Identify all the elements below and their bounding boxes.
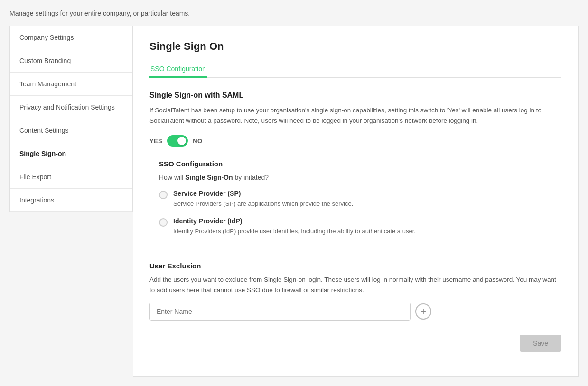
sidebar-item-custom-branding[interactable]: Custom Branding [10, 49, 132, 73]
toggle-yes-label: YES [149, 138, 162, 145]
sidebar-item-company-settings[interactable]: Company Settings [10, 26, 132, 49]
sidebar-item-file-export[interactable]: File Export [10, 165, 132, 189]
page-title: Single Sign On [149, 40, 561, 53]
section-divider [149, 250, 561, 250]
add-exclusion-button[interactable]: + [415, 303, 431, 320]
exclusion-desc: Add the users you want to exclude from S… [149, 275, 561, 295]
saml-section-description: If SocialTalent has been setup to use yo… [149, 105, 561, 126]
sso-config-box: SSO Configuration How will Single Sign-O… [149, 160, 561, 236]
sidebar-item-team-management[interactable]: Team Management [10, 73, 132, 96]
sso-question: How will Single Sign-On by initated? [159, 174, 561, 181]
sidebar-item-privacy-notification[interactable]: Privacy and Notification Settings [10, 96, 132, 119]
radio-option-sp: Service Provider (SP) Service Providers … [159, 190, 561, 209]
radio-sp-title: Service Provider (SP) [173, 190, 353, 197]
saml-section-title: Single Sign-on with SAML [149, 91, 561, 100]
exclusion-input-row: + [149, 303, 561, 321]
sso-question-bold: Single Sign-On [185, 174, 233, 181]
sso-question-prefix: How will [159, 174, 185, 181]
saml-toggle-row: YES NO [149, 135, 561, 147]
radio-idp-desc: Identity Providers (IdP) provide user id… [173, 227, 416, 236]
main-content: Single Sign On SSO Configuration Single … [133, 26, 579, 377]
tabs-bar: SSO Configuration [149, 61, 561, 78]
saml-toggle[interactable] [167, 135, 188, 147]
radio-option-idp: Identity Provider (IdP) Identity Provide… [159, 217, 561, 236]
radio-idp-content: Identity Provider (IdP) Identity Provide… [173, 217, 416, 236]
exclusion-name-input[interactable] [149, 303, 411, 321]
sso-config-title: SSO Configuration [159, 160, 561, 168]
radio-idp-title: Identity Provider (IdP) [173, 217, 416, 225]
radio-idp[interactable] [159, 218, 168, 227]
save-button[interactable]: Save [520, 335, 561, 352]
sidebar-item-integrations[interactable]: Integrations [10, 189, 132, 212]
sidebar-item-single-sign-on[interactable]: Single Sign-on [10, 142, 132, 165]
radio-sp-content: Service Provider (SP) Service Providers … [173, 190, 353, 209]
radio-sp[interactable] [159, 191, 168, 199]
sidebar: Company Settings Custom Branding Team Ma… [9, 26, 133, 212]
toggle-no-label: NO [193, 138, 202, 145]
sidebar-item-content-settings[interactable]: Content Settings [10, 119, 132, 142]
tab-sso-configuration[interactable]: SSO Configuration [149, 61, 207, 78]
sso-question-suffix: by initated? [233, 174, 269, 181]
save-row: Save [149, 335, 561, 352]
page-subtitle: Manage settings for your entire company,… [9, 9, 579, 17]
radio-sp-desc: Service Providers (SP) are applications … [173, 199, 353, 209]
exclusion-title: User Exclusion [149, 262, 561, 270]
